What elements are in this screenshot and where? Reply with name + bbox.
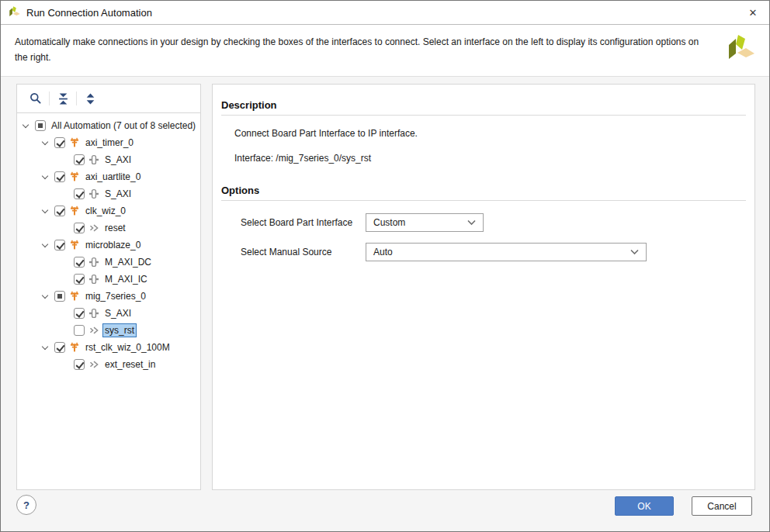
tree-item-label[interactable]: sys_rst (103, 324, 136, 337)
tree-item-axi-timer-0[interactable]: axi_timer_0 (17, 134, 200, 151)
tree-item-clk-wiz-0[interactable]: clk_wiz_0 (17, 202, 200, 219)
bus-icon (88, 308, 99, 319)
title-bar: Run Connection Automation ✕ (1, 1, 769, 25)
expander-slot (42, 210, 54, 212)
checkbox-checked[interactable] (54, 342, 65, 353)
tree-item-label[interactable]: axi_timer_0 (84, 136, 135, 149)
checkbox-unchecked[interactable] (74, 325, 85, 336)
tree-item-label[interactable]: ext_reset_in (103, 358, 157, 371)
dropdown-select-manual-source[interactable]: Auto (366, 243, 647, 261)
dropdown-select-board-part-interface[interactable]: Custom (366, 213, 484, 232)
chevron-down-icon[interactable] (42, 172, 48, 178)
tree-item-label[interactable]: All Automation (7 out of 8 selected) (50, 119, 197, 132)
tree-item-label[interactable]: M_AXI_IC (103, 273, 149, 285)
checkbox-checked[interactable] (54, 171, 65, 182)
tree-item-mig-7series-0[interactable]: mig_7series_0 (17, 288, 200, 305)
instruction-text: Automatically make connections in your d… (15, 34, 704, 65)
checkbox-checked[interactable] (74, 359, 85, 370)
checkbox-checked[interactable] (54, 137, 65, 148)
chevron-down-icon[interactable] (42, 343, 48, 349)
checkbox-checked[interactable] (54, 206, 65, 216)
ip-icon (69, 137, 80, 148)
tree-item-label[interactable]: S_AXI (103, 307, 133, 320)
checkbox-checked[interactable] (74, 257, 85, 268)
tree-item-rst-clk-wiz-0-100m[interactable]: rst_clk_wiz_0_100M (17, 339, 200, 356)
bus-icon (88, 154, 99, 165)
dropdown-value: Auto (373, 247, 393, 257)
expander-slot (23, 125, 35, 127)
pin-icon (88, 325, 99, 336)
window-title: Run Connection Automation (26, 7, 152, 19)
pin-icon (88, 223, 99, 233)
toolbar-divider (49, 92, 50, 105)
tree-item-reset[interactable]: reset (17, 219, 200, 237)
bus-icon (88, 257, 99, 268)
checkbox-checked[interactable] (74, 154, 85, 165)
tree-item-label[interactable]: rst_clk_wiz_0_100M (84, 341, 172, 354)
tree-item-label[interactable]: S_AXI (103, 188, 133, 200)
ip-icon (69, 240, 80, 250)
description-text: Connect Board Part Interface to IP inter… (234, 128, 733, 139)
chevron-down-icon[interactable] (42, 240, 48, 247)
ip-icon (69, 291, 80, 302)
expand-all-icon[interactable] (81, 89, 99, 108)
options-heading: Options (221, 185, 746, 196)
tree-item-ext-reset-in[interactable]: ext_reset_in (17, 356, 200, 373)
tree-item-label[interactable]: M_AXI_DC (103, 256, 153, 268)
collapse-all-icon[interactable] (54, 89, 72, 108)
option-row: Select Board Part InterfaceCustom (241, 213, 754, 232)
ip-icon (69, 206, 80, 216)
tree-item-sys-rst[interactable]: sys_rst (17, 322, 200, 339)
expander-slot (42, 142, 54, 144)
expander-slot (42, 176, 54, 178)
tree-item-s-axi[interactable]: S_AXI (17, 185, 200, 202)
tree-item-microblaze-0[interactable]: microblaze_0 (17, 237, 200, 254)
checkbox-indeterminate[interactable] (54, 291, 65, 302)
ip-icon (69, 171, 80, 182)
configuration-panel: Description Connect Board Part Interface… (212, 84, 755, 490)
xilinx-logo-icon (7, 5, 21, 19)
dialog-header: Automatically make connections in your d… (1, 25, 769, 77)
cancel-button[interactable]: Cancel (692, 496, 752, 516)
search-icon[interactable] (26, 89, 45, 108)
chevron-down-icon[interactable] (42, 138, 48, 144)
tree-item-all-automation-7-out-of-8-selected[interactable]: All Automation (7 out of 8 selected) (17, 117, 200, 134)
run-connection-automation-dialog: Run Connection Automation ✕ Automaticall… (0, 0, 770, 532)
tree-item-s-axi[interactable]: S_AXI (17, 151, 200, 168)
bus-icon (88, 188, 99, 199)
dialog-body: All Automation (7 out of 8 selected)axi_… (1, 77, 769, 531)
tree-item-label[interactable]: clk_wiz_0 (84, 205, 127, 217)
ok-button[interactable]: OK (615, 496, 674, 516)
chevron-down-icon[interactable] (23, 121, 29, 127)
close-icon[interactable]: ✕ (737, 1, 769, 24)
tree-item-label[interactable]: axi_uartlite_0 (84, 171, 142, 183)
chevron-down-icon (467, 217, 476, 228)
tree-item-label[interactable]: microblaze_0 (84, 239, 142, 251)
chevron-down-icon[interactable] (42, 292, 48, 298)
checkbox-checked[interactable] (74, 223, 85, 233)
tree-item-s-axi[interactable]: S_AXI (17, 305, 200, 322)
tree-item-label[interactable]: reset (103, 222, 127, 234)
tree-item-m-axi-ic[interactable]: M_AXI_IC (17, 271, 200, 288)
checkbox-checked[interactable] (74, 188, 85, 199)
tree-item-label[interactable]: mig_7series_0 (84, 290, 147, 302)
checkbox-indeterminate[interactable] (35, 120, 46, 131)
help-button[interactable]: ? (16, 495, 36, 515)
interface-path-text: Interface: /mig_7series_0/sys_rst (234, 153, 733, 164)
checkbox-checked[interactable] (74, 308, 85, 319)
tree-toolbar (17, 85, 200, 113)
chevron-down-icon (630, 247, 639, 257)
chevron-down-icon[interactable] (42, 206, 48, 212)
dropdown-value: Custom (373, 217, 405, 228)
checkbox-checked[interactable] (54, 240, 65, 250)
tree-item-m-axi-dc[interactable]: M_AXI_DC (17, 254, 200, 271)
pin-icon (88, 359, 99, 370)
tree-item-axi-uartlite-0[interactable]: axi_uartlite_0 (17, 168, 200, 185)
option-label: Select Manual Source (241, 247, 366, 257)
checkbox-checked[interactable] (74, 274, 85, 285)
tree-item-label[interactable]: S_AXI (103, 154, 133, 166)
expander-slot (42, 295, 54, 298)
ip-icon (69, 342, 80, 353)
automation-tree: All Automation (7 out of 8 selected)axi_… (17, 113, 200, 489)
option-label: Select Board Part Interface (241, 217, 366, 228)
